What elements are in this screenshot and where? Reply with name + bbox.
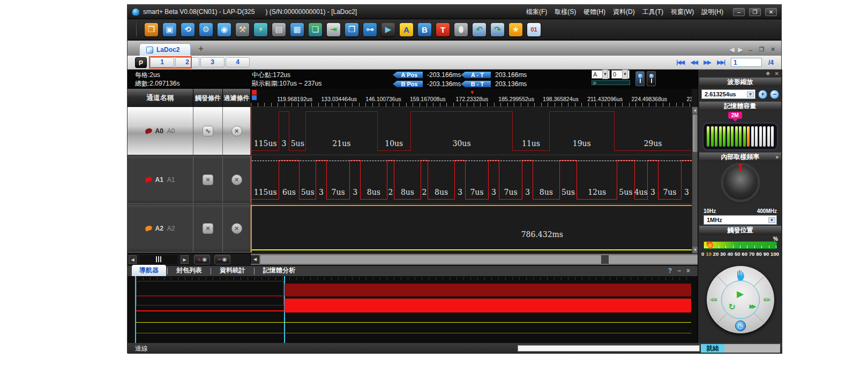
close-button[interactable]: ✕ — [765, 8, 777, 16]
trigger-condition-cell[interactable]: ∿ — [193, 107, 223, 155]
edit-right-icon[interactable]: ✏ — [764, 295, 770, 305]
fast-forward-icon[interactable]: ▶▶ — [750, 303, 754, 310]
channel-row-a2[interactable]: A2A2×× — [128, 204, 251, 253]
channel-panel-scrollbar[interactable]: ◀ ▶ ∿◉ ••◉ — [128, 254, 251, 265]
points-snapshot-button[interactable]: ••◉ — [214, 255, 230, 264]
menu-item[interactable]: 硬體(H) — [583, 7, 605, 17]
restore-button[interactable]: ❐ — [749, 8, 761, 16]
save-back-icon[interactable]: ⟲ — [181, 23, 194, 36]
page-button-4[interactable]: 4 — [226, 57, 250, 67]
window-layout-icon[interactable]: ❏ — [309, 23, 322, 36]
page-button-1[interactable]: 1 — [150, 57, 174, 67]
refresh-icon[interactable]: ↻ — [729, 302, 736, 312]
menu-item[interactable]: 取樣(S) — [555, 7, 576, 17]
page-prev-button[interactable]: ◀◀ — [690, 59, 697, 66]
badge-a-t[interactable]: A - T — [461, 72, 491, 78]
doc-close-button[interactable]: ✕ — [769, 46, 777, 53]
no-filter-icon[interactable]: × — [231, 126, 242, 136]
scroll-right-icon[interactable]: ▶ — [181, 255, 189, 264]
hscroll-thumb[interactable] — [601, 255, 609, 264]
channel-row-a1[interactable]: A1A1×× — [128, 156, 251, 204]
acquisition-icon[interactable]: ⚡ — [254, 23, 267, 36]
flag-a-icon[interactable]: A — [400, 23, 413, 36]
memory-gauge[interactable] — [702, 123, 778, 150]
export-grid-icon[interactable]: ⇥ — [327, 23, 340, 36]
badge-bpos[interactable]: B Pos — [393, 81, 423, 87]
scroll-left-icon[interactable]: ◀ — [129, 255, 137, 264]
scroll-grip[interactable] — [140, 255, 177, 264]
zoom-out-button[interactable]: − — [770, 90, 779, 99]
no-filter-icon[interactable]: × — [231, 223, 242, 234]
no-filter-icon[interactable]: × — [231, 174, 242, 185]
minimize-icon[interactable]: − — [677, 267, 681, 274]
instrument-icon[interactable]: ▦ — [290, 23, 304, 36]
page-first-button[interactable]: |◀◀ — [676, 59, 684, 66]
page-mode-button[interactable]: P — [135, 57, 147, 68]
pin-icon[interactable]: ❖ — [766, 71, 770, 77]
memory-device-icon[interactable]: ▤ — [272, 23, 286, 36]
tab-scroll-right-icon[interactable]: ▶ — [738, 45, 743, 54]
trigger-condition-cell[interactable]: × — [193, 156, 223, 204]
badge-b-t[interactable]: B - T — [461, 81, 491, 87]
zoom-scale-select[interactable]: 2.613254us ▼ — [701, 89, 755, 99]
wave-vertical-scrollbar[interactable]: ▲ ▼ — [692, 107, 698, 253]
channel-name-header[interactable]: 通道名稱 — [128, 89, 193, 107]
waveform-snapshot-button[interactable]: ∿◉ — [194, 255, 210, 264]
doc-minimize-button[interactable]: – — [746, 47, 754, 53]
tab-ladoc2[interactable]: LaDoc2 — [139, 43, 191, 56]
zoom-in-button[interactable]: + — [758, 90, 767, 99]
filter-condition-header[interactable]: 過濾條件 — [223, 89, 251, 107]
no-trigger-icon[interactable]: × — [203, 174, 213, 185]
marker-index-select[interactable]: 0▼ — [611, 70, 630, 79]
bottom-tab-2[interactable]: 封包列表 — [169, 265, 209, 276]
bottom-tab-4[interactable]: 記憶體分析 — [256, 265, 303, 276]
filter-condition-cell[interactable]: × — [223, 204, 251, 253]
navigation-wheel[interactable]: ✏ ✏ ▶ ↻ ▶▶ ◷ — [707, 266, 774, 333]
add-tab-button[interactable]: + — [195, 44, 207, 54]
open-file-icon[interactable]: ❒ — [145, 23, 158, 36]
hscroll-track[interactable] — [260, 255, 698, 264]
page-number-input[interactable]: 1 — [731, 58, 762, 67]
expand-icon[interactable]: » — [775, 154, 779, 160]
video-icon[interactable]: ▶ — [381, 23, 395, 36]
favorite-icon[interactable]: ★ — [509, 23, 522, 36]
edit-left-icon[interactable]: ✏ — [710, 295, 717, 305]
search-prev-icon[interactable]: ↶ — [473, 23, 486, 36]
filter-condition-cell[interactable]: × — [223, 156, 251, 204]
navigator-panel[interactable] — [128, 276, 698, 343]
help-icon[interactable]: ? — [668, 267, 672, 274]
bottom-tab-3[interactable]: 資料統計 — [212, 265, 253, 276]
page-button-2[interactable]: 2 — [175, 57, 199, 67]
badge-apos[interactable]: A Pos — [393, 72, 423, 78]
binary-view-icon[interactable]: 01 — [527, 23, 541, 36]
trigger-condition-header[interactable]: 觸發條件 — [193, 89, 223, 107]
trigger-position-bar[interactable] — [704, 241, 777, 249]
page-last-button[interactable]: ▶▶| — [717, 59, 724, 66]
filter-condition-cell[interactable]: × — [223, 107, 251, 155]
marker-a-pin-button[interactable] — [635, 71, 645, 86]
vscroll-thumb[interactable] — [693, 115, 698, 152]
wave-row-a2[interactable]: 786.432ms — [251, 204, 692, 253]
mouse-icon[interactable]: ⬮ — [454, 23, 468, 36]
page-next-button[interactable]: ▶▶ — [704, 59, 710, 66]
channel-row-a0[interactable]: A0A0∿× — [128, 107, 251, 155]
menu-item[interactable]: 說明(H) — [701, 7, 723, 17]
close-icon[interactable]: × — [686, 267, 690, 274]
clock-icon[interactable]: ◷ — [735, 321, 746, 331]
connector-icon[interactable]: ⊶ — [363, 23, 377, 36]
bottom-tab-1[interactable]: 導航器 — [132, 265, 166, 276]
screenshot-icon[interactable]: ◉ — [218, 23, 231, 36]
compare-doc-icon[interactable]: ❐ — [345, 23, 358, 36]
page-button-3[interactable]: 3 — [200, 57, 225, 67]
menu-item[interactable]: 工具(T) — [642, 7, 663, 17]
marker-select[interactable]: A▼ — [592, 70, 610, 79]
marker-b-pin-button[interactable] — [647, 71, 656, 86]
wave-canvas[interactable]: 115us35us21us10us30us11us19us29us 115us6… — [251, 107, 692, 253]
wave-horizontal-scrollbar[interactable]: ◀ — [251, 254, 698, 265]
tab-scroll-left-icon[interactable]: ◀ — [729, 45, 735, 54]
tools-icon[interactable]: ⚒ — [236, 23, 249, 36]
time-ruler[interactable]: 119.968192us133.034464us146.100736us159.… — [251, 89, 692, 107]
flag-b-icon[interactable]: B — [418, 23, 431, 36]
minimize-button[interactable]: – — [733, 8, 745, 16]
wave-row-a0[interactable]: 115us35us21us10us30us11us19us29us — [251, 107, 692, 155]
